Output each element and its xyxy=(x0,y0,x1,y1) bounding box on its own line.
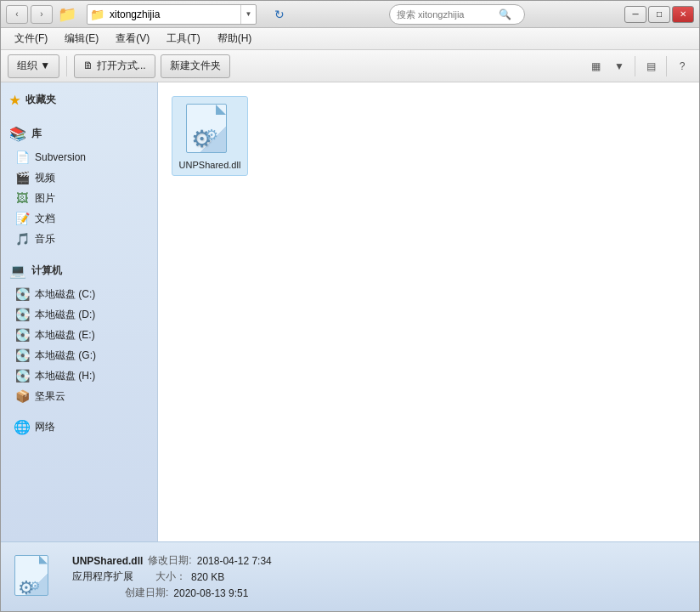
address-input[interactable] xyxy=(106,7,240,22)
sidebar: ★ 收藏夹 📚 库 📄 Subversion 🎬 视频 xyxy=(1,82,158,541)
sidebar-item-drive-h[interactable]: 💽 本地磁盘 (H:) xyxy=(8,366,150,386)
dll-gear-small-icon: ⚙ xyxy=(205,126,218,144)
search-icon: 🔍 xyxy=(499,8,511,20)
sidebar-item-image[interactable]: 🖼 图片 xyxy=(8,188,150,208)
network-icon: 🌐 xyxy=(14,419,30,434)
menu-view[interactable]: 查看(V) xyxy=(109,29,156,48)
status-type-row: 应用程序扩展 大小： 820 KB xyxy=(72,570,272,584)
toolbar-right: ▦ ▼ ▤ ? xyxy=(585,56,692,76)
sidebar-item-drive-d[interactable]: 💽 本地磁盘 (D:) xyxy=(8,304,150,325)
status-filename: UNPShared.dll xyxy=(72,555,143,567)
sidebar-item-jianguoyun[interactable]: 📦 坚果云 xyxy=(8,386,150,406)
status-file-icon: ⚙ ⚙ xyxy=(14,555,59,599)
favorites-title: ★ 收藏夹 xyxy=(8,89,150,110)
title-bar: ‹ › 📁 📁 ▼ ↻ 🔍 ─ □ ✕ xyxy=(1,1,699,28)
network-section: 🌐 网络 xyxy=(1,410,157,440)
subversion-icon: 📄 xyxy=(14,150,30,165)
address-dropdown-icon[interactable]: ▼ xyxy=(240,5,256,24)
open-with-button[interactable]: 🗎 打开方式... xyxy=(74,54,155,78)
sidebar-item-subversion[interactable]: 📄 Subversion xyxy=(8,147,150,167)
jianguoyun-icon: 📦 xyxy=(14,388,30,404)
pane-button[interactable]: ▤ xyxy=(641,56,661,76)
title-bar-left: ‹ › 📁 📁 ▼ ↻ xyxy=(6,4,290,25)
dll-file-icon: ⚙ ⚙ xyxy=(183,102,237,156)
file-item-unpshared[interactable]: ⚙ ⚙ UNPShared.dll xyxy=(172,96,248,176)
forward-button[interactable]: › xyxy=(31,5,53,24)
close-button[interactable]: ✕ xyxy=(672,6,694,23)
doc-icon: 📝 xyxy=(14,211,30,226)
file-name-label: UNPShared.dll xyxy=(179,160,241,170)
drive-c-icon: 💽 xyxy=(14,286,30,302)
minimize-button[interactable]: ─ xyxy=(624,6,646,23)
menu-edit[interactable]: 编辑(E) xyxy=(58,29,105,48)
sidebar-item-music[interactable]: 🎵 音乐 xyxy=(8,229,150,249)
computer-icon: 💻 xyxy=(9,263,26,279)
dll-page-fold xyxy=(216,105,226,115)
refresh-button[interactable]: ↻ xyxy=(269,4,290,25)
status-created-row: 创建日期: 2020-08-13 9:51 xyxy=(72,586,272,600)
status-created-value: 2020-08-13 9:51 xyxy=(173,587,248,599)
menu-tools[interactable]: 工具(T) xyxy=(160,29,206,48)
menu-file[interactable]: 文件(F) xyxy=(8,29,54,48)
nav-buttons: ‹ › xyxy=(6,5,53,24)
new-folder-button[interactable]: 新建文件夹 xyxy=(161,54,230,78)
library-section: 📚 库 📄 Subversion 🎬 视频 🖼 图片 xyxy=(1,116,157,252)
toolbar-sep2 xyxy=(635,56,635,76)
status-modified-value: 2018-04-12 7:34 xyxy=(197,555,272,567)
view-toggle-button[interactable]: ▼ xyxy=(609,56,629,76)
menu-help[interactable]: 帮助(H) xyxy=(211,29,259,48)
sidebar-item-network[interactable]: 🌐 网络 xyxy=(8,416,150,437)
computer-title: 💻 计算机 xyxy=(8,259,150,282)
status-info: UNPShared.dll 修改日期: 2018-04-12 7:34 应用程序… xyxy=(72,553,272,600)
status-size-label: 大小： xyxy=(155,570,186,584)
back-button[interactable]: ‹ xyxy=(6,5,28,24)
drive-g-icon: 💽 xyxy=(14,348,30,363)
search-bar[interactable]: 🔍 xyxy=(389,4,525,25)
sidebar-item-drive-c[interactable]: 💽 本地磁盘 (C:) xyxy=(8,284,150,304)
maximize-button[interactable]: □ xyxy=(648,6,670,23)
window-controls: ─ □ ✕ xyxy=(624,6,694,23)
favorites-star-icon: ★ xyxy=(9,94,20,107)
main-layout: ★ 收藏夹 📚 库 📄 Subversion 🎬 视频 xyxy=(1,82,699,541)
sidebar-item-doc[interactable]: 📝 文档 xyxy=(8,208,150,229)
status-type-label: 应用程序扩展 xyxy=(72,570,133,584)
toolbar-sep3 xyxy=(666,56,667,76)
toolbar-separator xyxy=(66,56,67,76)
sidebar-item-video[interactable]: 🎬 视频 xyxy=(8,167,150,188)
help-button[interactable]: ? xyxy=(672,56,692,76)
drive-e-icon: 💽 xyxy=(14,327,30,343)
menu-bar: 文件(F) 编辑(E) 查看(V) 工具(T) 帮助(H) xyxy=(1,28,699,50)
status-created-label: 创建日期: xyxy=(125,586,168,600)
sidebar-item-drive-e[interactable]: 💽 本地磁盘 (E:) xyxy=(8,325,150,345)
address-folder-icon: 📁 xyxy=(88,5,106,24)
video-icon: 🎬 xyxy=(14,170,30,185)
library-title: 📚 库 xyxy=(8,122,150,145)
folder-icon: 📁 xyxy=(58,5,76,24)
computer-section: 💻 计算机 💽 本地磁盘 (C:) 💽 本地磁盘 (D:) 💽 本地磁盘 ( xyxy=(1,252,157,410)
sidebar-item-drive-g[interactable]: 💽 本地磁盘 (G:) xyxy=(8,345,150,366)
content-area: ⚙ ⚙ UNPShared.dll xyxy=(158,82,699,541)
view-icon-button[interactable]: ▦ xyxy=(585,56,606,76)
status-size-value: 820 KB xyxy=(191,571,224,583)
favorites-section: ★ 收藏夹 xyxy=(1,82,157,116)
toolbar: 组织 ▼ 🗎 打开方式... 新建文件夹 ▦ ▼ ▤ ? xyxy=(1,50,699,82)
status-modified-label: 修改日期: xyxy=(148,553,191,568)
organize-button[interactable]: 组织 ▼ xyxy=(8,54,59,78)
status-gear-small-icon: ⚙ xyxy=(30,579,41,592)
library-icon: 📚 xyxy=(9,126,26,142)
search-input[interactable] xyxy=(397,9,499,20)
drive-h-icon: 💽 xyxy=(14,368,30,383)
status-filename-row: UNPShared.dll 修改日期: 2018-04-12 7:34 xyxy=(72,553,272,568)
status-bar: ⚙ ⚙ UNPShared.dll 修改日期: 2018-04-12 7:34 … xyxy=(1,541,699,611)
image-icon: 🖼 xyxy=(14,190,30,206)
address-bar[interactable]: 📁 ▼ xyxy=(87,4,257,25)
drive-d-icon: 💽 xyxy=(14,307,30,322)
music-icon: 🎵 xyxy=(14,231,30,246)
